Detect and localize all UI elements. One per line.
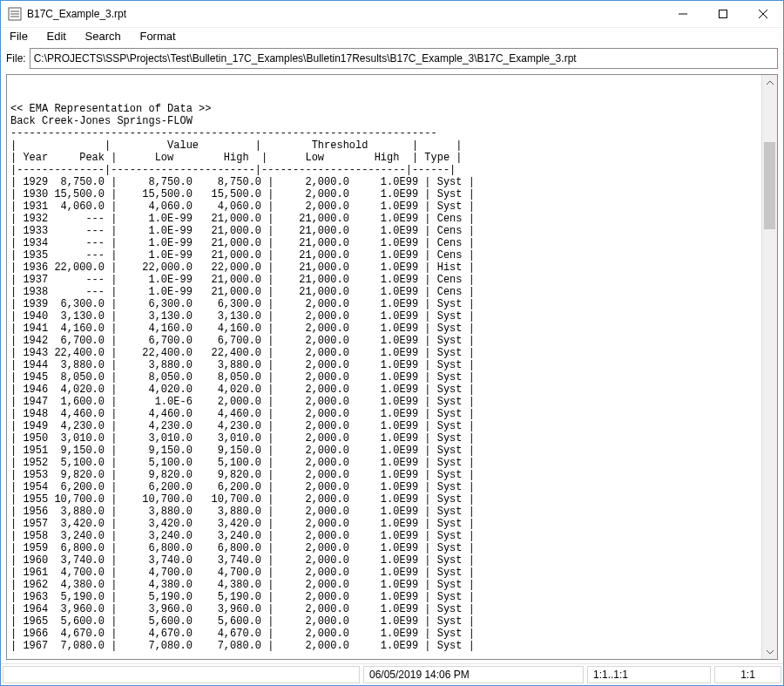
vertical-scrollbar[interactable] <box>761 75 777 659</box>
status-position: 1:1 <box>714 666 781 683</box>
window-title: B17C_Example_3.rpt <box>27 8 663 20</box>
maximize-button[interactable] <box>703 1 743 27</box>
report-panel: << EMA Representation of Data >> Back Cr… <box>6 74 778 660</box>
menu-search[interactable]: Search <box>82 28 125 44</box>
scroll-thumb[interactable] <box>764 142 775 229</box>
window-controls <box>663 1 783 27</box>
scroll-track[interactable] <box>762 90 777 644</box>
file-label: File: <box>6 52 26 65</box>
app-window: B17C_Example_3.rpt File Edit Search Form… <box>0 0 784 686</box>
scroll-up-arrow-icon[interactable] <box>762 75 777 90</box>
minimize-button[interactable] <box>663 1 703 27</box>
scroll-down-arrow-icon[interactable] <box>762 644 777 659</box>
app-icon <box>8 7 22 21</box>
close-button[interactable] <box>743 1 783 27</box>
file-path-input[interactable] <box>30 48 778 69</box>
svg-rect-5 <box>720 10 727 18</box>
status-timestamp: 06/05/2019 14:06 PM <box>363 666 584 683</box>
statusbar: 06/05/2019 14:06 PM 1:1..1:1 1:1 <box>1 663 783 685</box>
menu-edit[interactable]: Edit <box>44 28 70 44</box>
report-viewport: << EMA Representation of Data >> Back Cr… <box>7 75 761 659</box>
titlebar: B17C_Example_3.rpt <box>1 1 783 28</box>
menu-file[interactable]: File <box>6 28 31 44</box>
menu-format[interactable]: Format <box>136 28 179 44</box>
report-text[interactable]: << EMA Representation of Data >> Back Cr… <box>10 78 758 655</box>
file-path-row: File: <box>1 44 783 74</box>
status-panel-1 <box>3 666 360 683</box>
status-selection: 1:1..1:1 <box>587 666 711 683</box>
menubar: File Edit Search Format <box>1 28 783 44</box>
